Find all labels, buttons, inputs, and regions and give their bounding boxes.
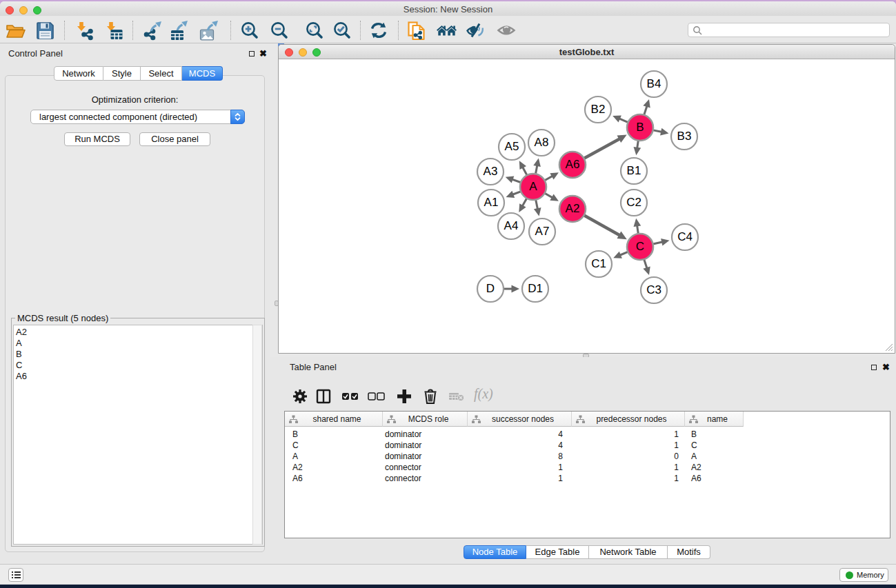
svg-text:C: C xyxy=(636,240,644,253)
svg-text:B1: B1 xyxy=(627,164,641,177)
svg-text:A6: A6 xyxy=(566,158,580,171)
svg-text:B: B xyxy=(636,121,644,134)
svg-text:C4: C4 xyxy=(677,230,693,243)
svg-text:D1: D1 xyxy=(528,282,543,295)
svg-text:B3: B3 xyxy=(677,130,692,143)
svg-text:C1: C1 xyxy=(591,257,606,270)
svg-text:D: D xyxy=(486,282,495,295)
svg-text:A8: A8 xyxy=(535,136,549,149)
svg-text:A: A xyxy=(529,180,537,193)
svg-text:A3: A3 xyxy=(484,165,498,178)
svg-text:A5: A5 xyxy=(505,140,519,153)
svg-text:A1: A1 xyxy=(484,196,499,209)
svg-text:B4: B4 xyxy=(647,77,661,90)
svg-text:B2: B2 xyxy=(591,103,606,116)
svg-text:C3: C3 xyxy=(646,283,661,296)
svg-text:C2: C2 xyxy=(626,196,641,209)
svg-text:A2: A2 xyxy=(566,202,580,215)
svg-text:A4: A4 xyxy=(504,219,519,232)
svg-text:A7: A7 xyxy=(535,225,550,238)
